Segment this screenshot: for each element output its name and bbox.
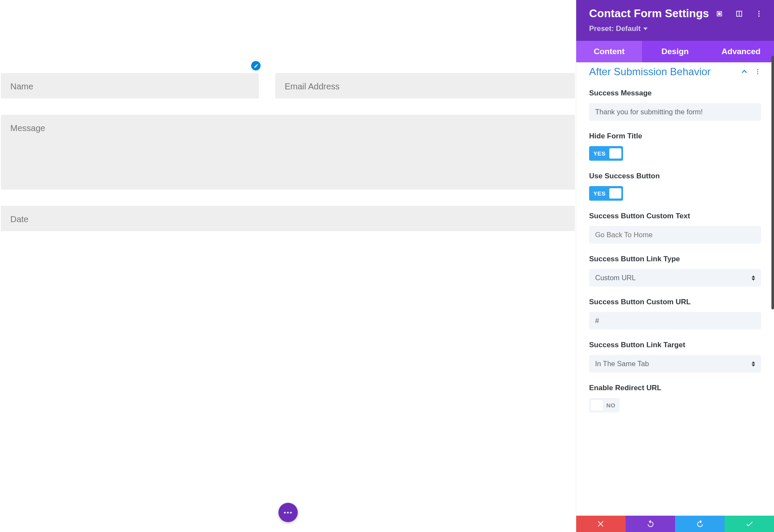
- toggle-knob: [609, 188, 621, 199]
- undo-button[interactable]: [626, 516, 675, 532]
- toggle-enable-redirect-url[interactable]: NO: [589, 398, 620, 413]
- date-field[interactable]: Date: [1, 206, 575, 231]
- svg-rect-1: [719, 12, 721, 15]
- save-button[interactable]: [725, 516, 774, 532]
- form-row-1: Name Email Address: [1, 73, 575, 98]
- email-field[interactable]: Email Address: [275, 73, 575, 98]
- toggle-use-success-button[interactable]: YES: [589, 186, 623, 201]
- input-success-message[interactable]: [589, 103, 761, 121]
- edit-icon[interactable]: [251, 61, 261, 70]
- control-use-success-button: Use Success Button YES: [589, 172, 761, 201]
- label-success-message: Success Message: [589, 89, 761, 98]
- svg-point-4: [759, 11, 760, 12]
- settings-panel: Contact Form Settings Preset: Default: [576, 0, 774, 532]
- label-success-button-text: Success Button Custom Text: [589, 212, 761, 220]
- section-header: After Submission Behavior: [589, 62, 761, 78]
- control-success-button-link-target: Success Button Link Target: [589, 341, 761, 373]
- scrollbar[interactable]: [771, 56, 774, 309]
- section-title[interactable]: After Submission Behavior: [589, 66, 711, 78]
- select-value-link-type[interactable]: [589, 269, 761, 287]
- preset-dropdown[interactable]: Preset: Default: [589, 24, 648, 33]
- section-kebab-icon[interactable]: [754, 68, 761, 75]
- expand-icon[interactable]: [716, 10, 723, 18]
- label-use-success-button: Use Success Button: [589, 172, 761, 180]
- panel-body[interactable]: After Submission Behavior Success Messag…: [576, 62, 774, 516]
- panel-header-icons: [716, 10, 763, 18]
- label-success-button-link-type: Success Button Link Type: [589, 255, 761, 263]
- toggle-use-success-button-value: YES: [593, 190, 606, 197]
- control-enable-redirect-url: Enable Redirect URL NO: [589, 384, 761, 413]
- label-success-button-custom-url: Success Button Custom URL: [589, 298, 761, 306]
- tab-content[interactable]: Content: [576, 41, 642, 62]
- date-placeholder: Date: [10, 214, 28, 224]
- message-placeholder: Message: [10, 123, 45, 133]
- toggle-knob: [591, 400, 603, 410]
- svg-point-6: [759, 15, 760, 16]
- toggle-hide-form-title[interactable]: YES: [589, 146, 623, 161]
- control-hide-form-title: Hide Form Title YES: [589, 132, 761, 161]
- redo-button[interactable]: [675, 516, 725, 532]
- toggle-hide-form-title-value: YES: [593, 150, 606, 157]
- app-root: Name Email Address Message Date Contact …: [0, 0, 774, 532]
- tab-design[interactable]: Design: [642, 41, 708, 62]
- toggle-knob: [609, 148, 621, 159]
- caret-down-icon: [643, 28, 648, 30]
- panel-footer: [576, 516, 774, 532]
- message-field[interactable]: Message: [1, 115, 575, 190]
- label-hide-form-title: Hide Form Title: [589, 132, 761, 141]
- cancel-button[interactable]: [576, 516, 626, 532]
- preset-label: Preset: Default: [589, 24, 641, 33]
- email-placeholder: Email Address: [285, 82, 340, 91]
- svg-point-5: [759, 13, 760, 14]
- control-success-button-text: Success Button Custom Text: [589, 212, 761, 244]
- panel-title: Contact Form Settings: [589, 7, 709, 20]
- tab-advanced[interactable]: Advanced: [708, 41, 774, 62]
- select-caret-icon: [752, 361, 756, 367]
- fab-more-button[interactable]: [278, 503, 298, 522]
- select-caret-icon: [752, 275, 756, 281]
- name-field[interactable]: Name: [1, 73, 259, 98]
- toggle-enable-redirect-url-value: NO: [606, 402, 615, 409]
- tabs: Content Design Advanced: [576, 41, 774, 62]
- input-success-button-text[interactable]: [589, 226, 761, 244]
- control-success-message: Success Message: [589, 89, 761, 121]
- control-success-button-link-type: Success Button Link Type: [589, 255, 761, 287]
- select-value-link-target[interactable]: [589, 355, 761, 373]
- select-success-button-link-type[interactable]: [589, 269, 761, 287]
- canvas-preview: Name Email Address Message Date: [0, 0, 576, 532]
- select-success-button-link-target[interactable]: [589, 355, 761, 373]
- input-success-button-custom-url[interactable]: [589, 312, 761, 330]
- kebab-icon[interactable]: [755, 10, 763, 18]
- collapse-icon[interactable]: [740, 68, 748, 76]
- control-success-button-custom-url: Success Button Custom URL: [589, 298, 761, 330]
- name-placeholder: Name: [10, 82, 33, 91]
- label-success-button-link-target: Success Button Link Target: [589, 341, 761, 349]
- panel-header: Contact Form Settings Preset: Default: [576, 0, 774, 41]
- columns-icon[interactable]: [735, 10, 743, 18]
- svg-point-8: [757, 71, 759, 73]
- label-enable-redirect-url: Enable Redirect URL: [589, 384, 761, 392]
- svg-point-7: [757, 69, 759, 70]
- svg-point-9: [757, 73, 759, 74]
